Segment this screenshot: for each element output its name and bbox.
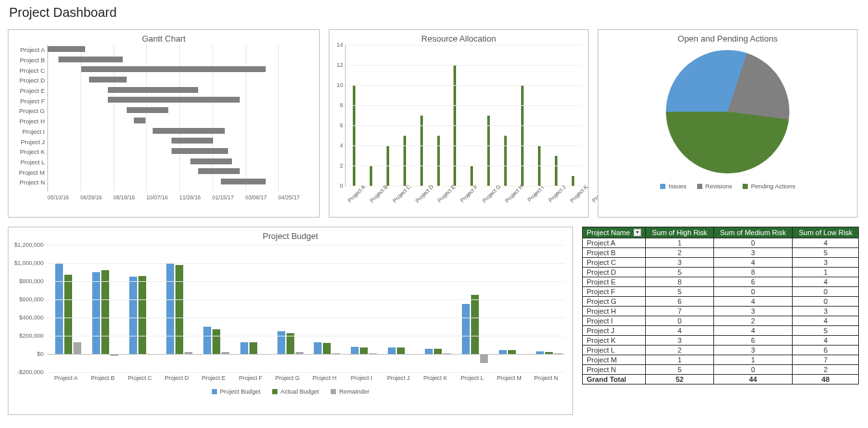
gantt-row: Project D xyxy=(16,75,311,86)
table-row: Project D581 xyxy=(583,268,859,277)
pie-legend: Issues Revisions Pending Actions xyxy=(660,183,795,190)
axis-tick: Project N xyxy=(528,375,565,381)
table-cell: 1 xyxy=(793,268,859,277)
budget-bar xyxy=(64,275,72,354)
budget-bar xyxy=(55,263,63,354)
table-cell: 5 xyxy=(793,248,859,258)
legend-item-project-budget: Project Budget xyxy=(212,388,261,395)
gantt-bar xyxy=(172,138,213,144)
resource-bar xyxy=(504,136,507,186)
table-cell: 3 xyxy=(713,248,793,258)
axis-tick: Project E xyxy=(195,375,232,381)
resource-bar xyxy=(437,136,440,186)
table-cell: 4 xyxy=(713,326,793,336)
gantt-row: Project C xyxy=(16,65,311,75)
axis-tick: $1,200,000 xyxy=(10,242,44,248)
budget-bar xyxy=(471,295,479,354)
axis-tick: 12 xyxy=(333,62,343,68)
pie-chart-card: Open and Pending Actions Issues Revision… xyxy=(598,29,858,218)
budget-title: Project Budget xyxy=(8,227,572,242)
gantt-chart-card: Gantt Chart Project AProject BProject CP… xyxy=(8,29,320,218)
budget-bar xyxy=(166,263,174,354)
table-cell: 44 xyxy=(713,375,793,384)
table-cell: 0 xyxy=(646,316,713,326)
table-cell: Grand Total xyxy=(583,375,646,384)
budget-bar xyxy=(314,342,322,354)
resource-bar xyxy=(555,156,557,186)
resource-bar xyxy=(470,166,473,186)
gantt-row: Project F xyxy=(16,95,311,106)
table-row: Project L236 xyxy=(583,346,859,355)
gantt-bar xyxy=(127,107,168,113)
budget-bar xyxy=(277,331,285,354)
resource-bar xyxy=(370,166,372,186)
gantt-row: Project G xyxy=(16,106,311,116)
table-header-row: Project Name▾Sum of High RiskSum of Medi… xyxy=(583,227,859,238)
gantt-bar xyxy=(198,168,240,174)
gantt-bar xyxy=(58,57,123,62)
axis-tick: Project J xyxy=(380,375,417,381)
table-row: Project J445 xyxy=(583,326,859,336)
table-cell: 3 xyxy=(793,307,859,316)
axis-tick: $800,000 xyxy=(10,278,44,284)
table-cell: Project E xyxy=(583,277,646,287)
resource-bar xyxy=(403,136,406,186)
budget-x-axis: Project AProject BProject CProject DProj… xyxy=(47,375,565,381)
axis-tick: Project D xyxy=(159,375,196,381)
table-row: Project B235 xyxy=(583,248,859,258)
gantt-bar xyxy=(47,46,85,52)
table-cell: 0 xyxy=(793,287,859,297)
table-cell: 52 xyxy=(646,375,713,384)
axis-tick: 14 xyxy=(333,42,343,48)
gantt-row-label: Project H xyxy=(16,118,47,125)
table-cell: 5 xyxy=(646,287,713,297)
table-cell: 4 xyxy=(793,316,859,326)
table-cell: 0 xyxy=(713,287,793,297)
table-cell: 6 xyxy=(646,297,713,307)
resource-title: Resource Allocation xyxy=(329,30,588,45)
axis-tick: 8 xyxy=(333,102,343,108)
budget-bar xyxy=(323,343,331,354)
budget-chart-card: Project Budget -$200,000$0$200,000$400,0… xyxy=(8,227,573,415)
gantt-row-label: Project F xyxy=(16,97,47,105)
axis-tick: Project A xyxy=(47,375,84,381)
table-row: Project H733 xyxy=(583,307,859,316)
gantt-bar xyxy=(134,118,145,123)
table-cell: 48 xyxy=(793,375,859,384)
gantt-row-label: Project A xyxy=(16,46,47,53)
table-header-cell: Sum of Low Risk xyxy=(793,227,859,238)
budget-bar xyxy=(240,342,248,354)
table-cell: 2 xyxy=(713,316,793,326)
budget-legend: Project Budget Actual Budget Remainder xyxy=(8,388,572,395)
axis-tick: Project H xyxy=(306,375,343,381)
table-row: Project E864 xyxy=(583,277,859,287)
gantt-row: Project M xyxy=(16,167,311,177)
gantt-title: Gantt Chart xyxy=(8,30,319,45)
table-cell: 2 xyxy=(793,365,859,375)
budget-bar xyxy=(480,354,488,363)
gantt-bar xyxy=(81,66,266,72)
table-cell: 3 xyxy=(646,258,713,268)
budget-plot-area: -$200,000$0$200,000$400,000$600,000$800,… xyxy=(47,245,565,372)
resource-x-axis: Project AProject BProject CProject DProj… xyxy=(345,188,581,207)
axis-tick: $1,000,000 xyxy=(10,260,44,266)
axis-tick: 10 xyxy=(333,82,343,88)
axis-tick: 01/15/17 xyxy=(212,194,246,201)
budget-bar xyxy=(175,265,183,354)
table-cell: 1 xyxy=(713,355,793,365)
table-cell: Project N xyxy=(583,365,646,375)
axis-tick: 4 xyxy=(333,142,343,149)
legend-item-revisions: Revisions xyxy=(697,183,732,190)
table-cell: 4 xyxy=(646,326,713,336)
table-cell: Project D xyxy=(583,268,646,277)
table-cell: Project B xyxy=(583,248,646,258)
table-cell: 2 xyxy=(646,248,713,258)
table-cell: Project M xyxy=(583,355,646,365)
gantt-bar xyxy=(172,148,228,154)
axis-tick: Project I xyxy=(343,375,380,381)
budget-bar xyxy=(92,272,100,354)
budget-bar xyxy=(138,276,146,354)
filter-dropdown-icon[interactable]: ▾ xyxy=(633,229,641,236)
table-header-cell: Sum of Medium Risk xyxy=(713,227,793,238)
table-cell: 1 xyxy=(646,238,713,248)
